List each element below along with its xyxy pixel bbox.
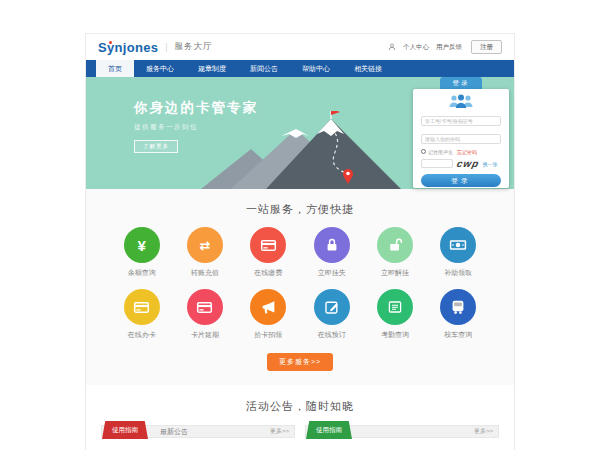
services-section: 一站服务，方便快捷 ¥ 余额查询 ⇄ 转账充值 在线缴费 立即挂失 立即解挂 补…	[86, 189, 514, 385]
main-nav: 首页服务中心规章制度新闻公告帮助中心相关链接	[86, 60, 514, 77]
service-circle[interactable]	[440, 227, 476, 263]
service-item[interactable]: ⇄ 转账充值	[173, 227, 236, 278]
mountain-illustration	[196, 111, 411, 189]
bank-card-icon	[196, 299, 213, 316]
announcement-panels: 使用指南 最新公告 更多>> 使用指南 更多>>	[86, 425, 514, 438]
bank-card-icon	[260, 237, 277, 254]
panel-tab-bar: 使用指南 更多>>	[305, 425, 499, 438]
service-item[interactable]: ¥ 余额查询	[110, 227, 173, 278]
announcements-section: 活动公告，随时知晓 使用指南 最新公告 更多>> 使用指南 更多>>	[86, 385, 514, 438]
unlock-icon	[387, 237, 403, 253]
captcha-image[interactable]: cwp	[456, 158, 481, 169]
hero-banner: 你身边的卡管专家 提供服务一步到位 了解更多 登录	[86, 77, 514, 189]
remember-checkbox[interactable]	[421, 149, 426, 154]
nav-item-3[interactable]: 新闻公告	[238, 60, 290, 77]
bank-card-icon	[133, 299, 150, 316]
service-item[interactable]: 立即解挂	[363, 227, 426, 278]
announcements-title: 活动公告，随时知晓	[86, 399, 514, 414]
nav-item-4[interactable]: 帮助中心	[290, 60, 342, 77]
service-label: 立即挂失	[300, 268, 363, 278]
remember-row: 记住用户名 忘记密码	[421, 149, 501, 155]
tab-latest-announcements[interactable]: 最新公告	[160, 427, 188, 437]
login-tab[interactable]: 登录	[440, 77, 482, 89]
more-link-left[interactable]: 更多>>	[270, 427, 294, 436]
service-label: 校车查询	[427, 330, 490, 340]
ribbon-tab-guide[interactable]: 使用指南	[306, 421, 352, 439]
service-item[interactable]: 在线预订	[300, 289, 363, 340]
password-input[interactable]	[421, 134, 501, 144]
service-circle[interactable]: ¥	[124, 227, 160, 263]
service-label: 余额查询	[110, 268, 173, 278]
bus-icon	[450, 299, 466, 315]
ribbon-tab-guide[interactable]: 使用指南	[102, 421, 148, 439]
nav-item-5[interactable]: 相关链接	[342, 60, 394, 77]
login-submit-button[interactable]: 登录	[421, 174, 501, 187]
login-panel: 登录 记住用户名 忘记密码	[413, 77, 509, 188]
service-label: 在线预订	[300, 330, 363, 340]
service-circle[interactable]	[377, 227, 413, 263]
service-circle[interactable]: ⇄	[187, 227, 223, 263]
header-link-user-feedback[interactable]: 用户反馈	[436, 43, 462, 52]
more-services-button[interactable]: 更多服务>>	[267, 353, 333, 371]
top-header: Synjones | 服务大厅 个人中心 用户反馈 注册	[86, 34, 514, 60]
site-name: 服务大厅	[175, 41, 213, 53]
remember-label: 记住用户名	[428, 149, 453, 155]
header-link-personal-center[interactable]: 个人中心	[403, 43, 429, 52]
services-title: 一站服务，方便快捷	[86, 202, 514, 217]
service-label: 卡片延期	[173, 330, 236, 340]
nav-item-1[interactable]: 服务中心	[134, 60, 186, 77]
nav-item-2[interactable]: 规章制度	[186, 60, 238, 77]
service-label: 补助领取	[427, 268, 490, 278]
service-item[interactable]: 卡片延期	[173, 289, 236, 340]
lock-icon	[324, 237, 340, 253]
service-item[interactable]: 在线缴费	[237, 227, 300, 278]
service-item[interactable]: 立即挂失	[300, 227, 363, 278]
hero-cta-button[interactable]: 了解更多	[134, 140, 178, 153]
service-label: 转账充值	[173, 268, 236, 278]
more-link-right[interactable]: 更多>>	[474, 427, 498, 436]
service-circle[interactable]	[187, 289, 223, 325]
service-label: 考勤查询	[363, 330, 426, 340]
service-circle[interactable]	[250, 227, 286, 263]
announcement-panel-right: 使用指南 更多>>	[305, 425, 499, 438]
services-grid: ¥ 余额查询 ⇄ 转账充值 在线缴费 立即挂失 立即解挂 补助领取 在线办卡	[86, 227, 514, 340]
service-circle[interactable]	[440, 289, 476, 325]
banknote-icon	[449, 236, 467, 254]
captcha-row: cwp 换一张	[421, 158, 501, 169]
edit-icon	[324, 299, 340, 315]
site-window: Synjones | 服务大厅 个人中心 用户反馈 注册 首页服务中心规章制度新…	[85, 33, 515, 450]
captcha-input[interactable]	[421, 159, 453, 168]
service-label: 在线缴费	[237, 268, 300, 278]
register-button[interactable]: 注册	[471, 40, 502, 54]
service-circle[interactable]	[250, 289, 286, 325]
service-item[interactable]: 校车查询	[427, 289, 490, 340]
service-label: 拾卡招领	[237, 330, 300, 340]
service-circle[interactable]	[314, 227, 350, 263]
nav-item-0[interactable]: 首页	[96, 60, 134, 77]
person-icon	[388, 43, 396, 51]
brand-logo[interactable]: Synjones	[98, 40, 158, 55]
megaphone-icon	[260, 299, 277, 316]
service-item[interactable]: 拾卡招领	[237, 289, 300, 340]
service-item[interactable]: 在线办卡	[110, 289, 173, 340]
username-input[interactable]	[421, 116, 501, 126]
service-circle[interactable]	[377, 289, 413, 325]
service-circle[interactable]	[124, 289, 160, 325]
service-item[interactable]: 考勤查询	[363, 289, 426, 340]
service-circle[interactable]	[314, 289, 350, 325]
service-item[interactable]: 补助领取	[427, 227, 490, 278]
forgot-password-link[interactable]: 忘记密码	[457, 149, 477, 155]
users-group-icon	[446, 94, 476, 109]
header-divider: |	[165, 42, 167, 52]
announcement-panel-left: 使用指南 最新公告 更多>>	[101, 425, 295, 438]
yen-icon: ¥	[137, 238, 145, 253]
service-label: 立即解挂	[363, 268, 426, 278]
transfer-icon: ⇄	[200, 239, 211, 252]
list-icon	[387, 299, 403, 315]
login-form: 记住用户名 忘记密码 cwp 换一张 登录	[413, 89, 509, 188]
logo-red-dot	[109, 41, 112, 44]
service-label: 在线办卡	[110, 330, 173, 340]
panel-tab-bar: 使用指南 最新公告 更多>>	[101, 425, 295, 438]
captcha-refresh-link[interactable]: 换一张	[482, 161, 497, 167]
